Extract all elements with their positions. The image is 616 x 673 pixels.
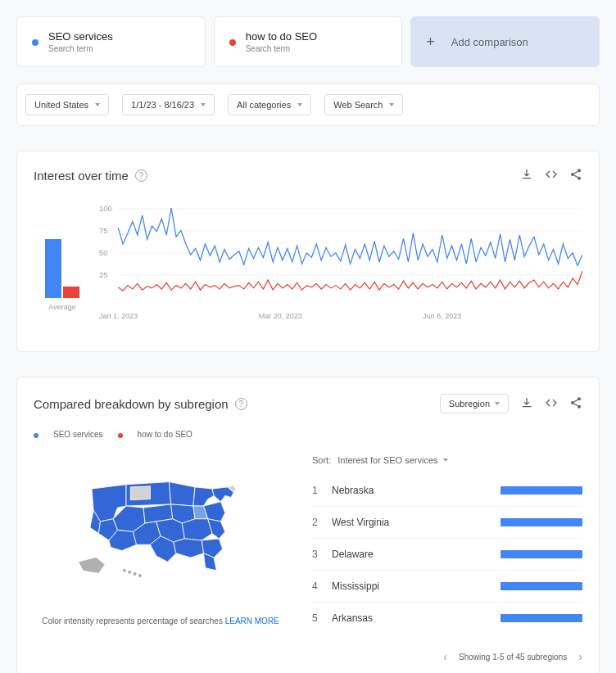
- next-page-button[interactable]: ›: [578, 650, 582, 663]
- interest-over-time-panel: Interest over time ? Average 100755025: [16, 151, 600, 352]
- region-name: Mississippi: [332, 580, 500, 592]
- learn-more-link[interactable]: LEARN MORE: [225, 617, 279, 626]
- svg-text:75: 75: [99, 227, 108, 235]
- region-bar: [500, 614, 582, 622]
- svg-text:50: 50: [99, 249, 108, 257]
- region-row[interactable]: 1Nebraska: [312, 475, 582, 507]
- svg-point-12: [571, 401, 574, 404]
- compare-term-sub: Search term: [246, 44, 317, 53]
- chevron-down-icon: [495, 402, 500, 405]
- region-name: Nebraska: [332, 485, 500, 496]
- legend-dot-red: [118, 433, 123, 438]
- download-icon[interactable]: [520, 396, 533, 412]
- chevron-down-icon: [389, 103, 394, 106]
- help-icon[interactable]: ?: [135, 169, 147, 182]
- svg-point-16: [133, 572, 136, 576]
- avg-bar-blue: [45, 239, 61, 298]
- legend-label: SEO services: [53, 430, 103, 439]
- interest-line-chart: 100755025 Jan 1, 2023 Mar 20, 2023 Jun 6…: [99, 200, 582, 327]
- share-icon[interactable]: [569, 396, 582, 412]
- sort-dropdown[interactable]: Interest for SEO services: [337, 455, 447, 465]
- filter-date-range[interactable]: 1/1/23 - 8/16/23: [122, 94, 215, 115]
- region-rank: 1: [312, 485, 332, 496]
- compare-term-sub: Search term: [48, 44, 113, 53]
- avg-label: Average: [48, 303, 75, 311]
- region-rank: 3: [312, 549, 332, 560]
- region-rank: 2: [312, 517, 332, 528]
- prev-page-button[interactable]: ‹: [443, 650, 447, 663]
- svg-point-11: [578, 397, 581, 400]
- x-tick: Mar 20, 2023: [259, 312, 302, 320]
- share-icon[interactable]: [569, 168, 582, 183]
- svg-point-14: [123, 569, 126, 572]
- chevron-down-icon: [297, 103, 302, 106]
- add-comparison-label: Add comparison: [451, 36, 528, 48]
- legend: SEO services how to do SEO: [34, 430, 582, 439]
- region-bar: [500, 582, 582, 590]
- filter-category[interactable]: All categories: [228, 94, 311, 115]
- embed-icon[interactable]: [545, 168, 558, 183]
- region-name: West Virginia: [332, 517, 500, 528]
- plus-icon: +: [426, 34, 435, 51]
- region-row[interactable]: 3Delaware: [312, 539, 582, 571]
- svg-point-1: [571, 173, 574, 176]
- svg-point-17: [138, 574, 142, 577]
- region-row[interactable]: 2West Virginia: [312, 507, 582, 539]
- region-name: Arkansas: [332, 612, 500, 624]
- svg-point-15: [128, 571, 131, 574]
- region-rank: 4: [312, 580, 332, 592]
- filter-region[interactable]: United States: [25, 94, 109, 115]
- region-row[interactable]: 5Arkansas: [312, 603, 582, 634]
- subregion-dropdown[interactable]: Subregion: [440, 394, 509, 413]
- sort-label: Sort:: [312, 455, 331, 465]
- x-tick: Jun 6, 2023: [423, 312, 461, 320]
- svg-point-0: [578, 169, 581, 172]
- help-icon[interactable]: ?: [235, 398, 247, 410]
- region-name: Delaware: [332, 549, 500, 560]
- compare-term-label: SEO services: [48, 30, 113, 43]
- average-bars: Average: [34, 200, 91, 327]
- region-bar: [500, 486, 582, 495]
- compare-term-2[interactable]: how to do SEO Search term: [214, 16, 403, 67]
- map-caption: Color intensity represents percentage of…: [42, 617, 279, 626]
- region-rank: 5: [312, 612, 332, 624]
- chevron-down-icon: [443, 458, 448, 462]
- filters-bar: United States 1/1/23 - 8/16/23 All categ…: [16, 84, 600, 126]
- x-tick: Jan 1, 2023: [99, 312, 138, 320]
- svg-point-13: [578, 404, 581, 408]
- embed-icon[interactable]: [545, 396, 558, 412]
- add-comparison-button[interactable]: + Add comparison: [410, 16, 600, 67]
- chevron-down-icon: [95, 103, 100, 106]
- region-bar: [500, 550, 582, 558]
- breakdown-panel: Compared breakdown by subregion ? Subreg…: [16, 377, 600, 673]
- panel-title: Compared breakdown by subregion ?: [34, 397, 247, 411]
- legend-label: how to do SEO: [138, 430, 192, 439]
- series-dot-blue: [32, 39, 38, 46]
- svg-text:25: 25: [99, 271, 108, 279]
- region-bar: [500, 518, 582, 526]
- us-map[interactable]: [75, 472, 247, 584]
- panel-title: Interest over time ?: [34, 169, 147, 183]
- pagination-text: Showing 1-5 of 45 subregions: [459, 653, 567, 662]
- svg-point-2: [578, 177, 581, 180]
- avg-bar-red: [63, 287, 79, 298]
- download-icon[interactable]: [520, 168, 533, 183]
- compare-term-label: how to do SEO: [246, 30, 317, 43]
- compare-term-1[interactable]: SEO services Search term: [16, 16, 206, 67]
- series-dot-red: [229, 39, 236, 46]
- legend-dot-blue: [34, 433, 38, 438]
- region-row[interactable]: 4Mississippi: [312, 571, 582, 603]
- chevron-down-icon: [201, 103, 206, 106]
- svg-text:100: 100: [99, 205, 112, 213]
- filter-search-type[interactable]: Web Search: [324, 94, 403, 115]
